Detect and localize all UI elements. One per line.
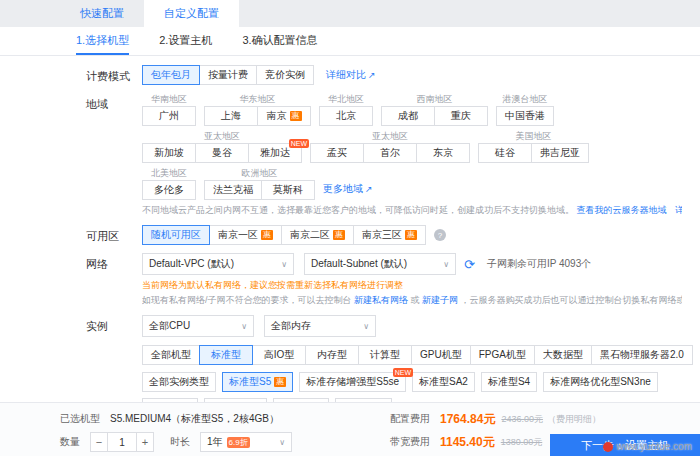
region-virginia-button[interactable]: 弗吉尼亚	[531, 143, 589, 163]
chevron-down-icon: ∨	[281, 260, 287, 269]
new-badge: NEW	[289, 139, 309, 148]
zone-row: 可用区 随机可用区 南京一区惠 南京二区惠 南京三区惠 ?	[86, 225, 682, 245]
network-row: 网络 Default-VPC (默认) ∨ Default-Subnet (默认…	[86, 253, 682, 307]
region-jakarta-button[interactable]: 雅加达NEW	[248, 143, 302, 163]
region-nanjing-button[interactable]: 南京惠	[257, 106, 311, 126]
network-tip: 如现有私有网络/子网不符合您的要求，可以去控制台 新建私有网络 或 新建子网 ，…	[142, 294, 682, 307]
chevron-down-icon: ∨	[279, 438, 285, 447]
region-siliconvalley-button[interactable]: 硅谷	[478, 143, 532, 163]
family-fpga-button[interactable]: FPGA机型	[470, 345, 535, 365]
config-fee-original: 2436.00元	[501, 413, 543, 426]
network-tip-post: ，云服务器购买成功后也可以通过控制台切换私有网络或者更换子网的切换	[461, 295, 682, 305]
type-s5se-button[interactable]: 标准存储增强型S5seNEW	[299, 372, 406, 392]
my-cvm-regions-link[interactable]: 查看我的云服务器地域	[577, 205, 667, 215]
memory-filter-value: 全部内存	[271, 319, 311, 333]
region-grid-row-1: 华南地区 广州 华东地区 上海 南京惠 华北地区 北京	[142, 93, 682, 126]
zone-name: 南京三区	[362, 228, 402, 242]
new-vpc-link[interactable]: 新建私有网络	[354, 295, 408, 305]
region-tokyo-button[interactable]: 东京	[416, 143, 470, 163]
fee-detail-note[interactable]: （费用明细）	[547, 413, 601, 426]
region-compare-link[interactable]: 详细对比	[675, 205, 682, 215]
type-s4-button[interactable]: 标准型S4	[481, 372, 537, 392]
zone-nanjing-2-button[interactable]: 南京二区惠	[281, 225, 354, 245]
region-seoul-button[interactable]: 首尔	[363, 143, 417, 163]
region-grid-row-2: 亚太地区 新加坡 曼谷 雅加达NEW 亚太地区 孟买 首尔 东京	[142, 130, 682, 163]
region-beijing-button[interactable]: 北京	[319, 106, 373, 126]
region-hongkong-button[interactable]: 中国香港	[496, 106, 554, 126]
family-memory-button[interactable]: 内存型	[305, 345, 359, 365]
region-moscow-button[interactable]: 莫斯科	[261, 180, 315, 200]
region-group-south-china: 华南地区 广州	[142, 93, 196, 126]
region-group-name: 亚太地区	[310, 130, 470, 142]
type-name: 标准型S5	[229, 375, 271, 389]
subnet-ip-info: 子网剩余可用IP 4093个	[487, 257, 591, 271]
family-baremetal-button[interactable]: 黑石物理服务器2.0	[591, 345, 693, 365]
step-set-host[interactable]: 2.设置主机	[159, 27, 212, 55]
quantity-value[interactable]: 1	[107, 432, 137, 452]
zone-nanjing-3-button[interactable]: 南京三区惠	[353, 225, 426, 245]
family-compute-button[interactable]: 计算型	[358, 345, 412, 365]
promo-badge: 惠	[333, 230, 345, 240]
region-chengdu-button[interactable]: 成都	[381, 106, 435, 126]
memory-filter-select[interactable]: 全部内存 ∨	[264, 315, 376, 337]
billing-compare-link[interactable]: 详细对比	[326, 68, 366, 82]
subnet-select-value: Default-Subnet (默认)	[311, 257, 407, 271]
type-sn3ne-button[interactable]: 标准网络优化型SN3ne	[543, 372, 658, 392]
family-all-button[interactable]: 全部机型	[142, 345, 200, 365]
family-highio-button[interactable]: 高IO型	[252, 345, 306, 365]
region-singapore-button[interactable]: 新加坡	[142, 143, 196, 163]
type-sa2-button[interactable]: 标准型SA2	[412, 372, 475, 392]
region-bangkok-button[interactable]: 曼谷	[195, 143, 249, 163]
tab-custom-config[interactable]: 自定义配置	[144, 0, 239, 27]
region-group-apac-other: 亚太地区 孟买 首尔 东京	[310, 130, 470, 163]
new-subnet-link[interactable]: 新建子网	[422, 295, 458, 305]
family-standard-button[interactable]: 标准型	[199, 345, 253, 365]
region-group-name: 华南地区	[142, 93, 196, 105]
family-bigdata-button[interactable]: 大数据型	[534, 345, 592, 365]
step-select-model[interactable]: 1.选择机型	[76, 27, 129, 55]
region-toronto-button[interactable]: 多伦多	[142, 180, 196, 200]
cpu-filter-select[interactable]: 全部CPU ∨	[142, 315, 254, 337]
region-chongqing-button[interactable]: 重庆	[434, 106, 488, 126]
type-all-button[interactable]: 全部实例类型	[142, 372, 216, 392]
billing-payg-button[interactable]: 按量计费	[199, 65, 257, 85]
more-regions-link[interactable]: 更多地域	[323, 182, 363, 196]
zone-nanjing-1-button[interactable]: 南京一区惠	[209, 225, 282, 245]
billing-spot-button[interactable]: 竞价实例	[256, 65, 314, 85]
selected-model-label: 已选机型	[60, 412, 100, 426]
step-confirm-config[interactable]: 3.确认配置信息	[242, 27, 317, 55]
zone-label: 可用区	[86, 225, 142, 245]
quantity-stepper: − 1 +	[90, 432, 154, 452]
region-frankfurt-button[interactable]: 法兰克福	[204, 180, 262, 200]
region-group-hmt: 港澳台地区 中国香港	[496, 93, 554, 126]
question-icon[interactable]: ?	[434, 229, 446, 241]
billing-monthly-button[interactable]: 包年包月	[142, 65, 200, 85]
region-mumbai-button[interactable]: 孟买	[310, 143, 364, 163]
zone-name: 南京二区	[290, 228, 330, 242]
main-content: 计费模式 包年包月 按量计费 竞价实例 详细对比 ↗ 地域 华南地区 广州	[0, 56, 700, 424]
region-group-north-america: 北美地区 多伦多	[142, 167, 196, 200]
family-gpu-button[interactable]: GPU机型	[411, 345, 471, 365]
region-shanghai-button[interactable]: 上海	[204, 106, 258, 126]
zone-random-button[interactable]: 随机可用区	[142, 225, 210, 245]
chevron-down-icon: ∨	[363, 322, 369, 331]
vpc-select[interactable]: Default-VPC (默认) ∨	[142, 253, 294, 275]
promo-badge: 惠	[405, 230, 417, 240]
quantity-decrease-button[interactable]: −	[90, 432, 108, 452]
subnet-select[interactable]: Default-Subnet (默认) ∨	[304, 253, 456, 275]
next-step-button[interactable]: 下一步：设置主机	[550, 434, 700, 456]
network-label: 网络	[86, 253, 142, 307]
duration-value: 1年	[207, 435, 223, 449]
type-s5-button[interactable]: 标准型S5惠	[222, 372, 293, 392]
zone-options: 随机可用区 南京一区惠 南京二区惠 南京三区惠	[142, 225, 426, 245]
quantity-increase-button[interactable]: +	[136, 432, 154, 452]
duration-select[interactable]: 1年 6.9折 ∨	[200, 432, 292, 452]
region-guangzhou-button[interactable]: 广州	[142, 106, 196, 126]
quantity-label: 数量	[60, 435, 80, 449]
region-group-name: 欧洲地区	[204, 167, 315, 179]
config-fee-price: 1764.84元	[440, 411, 495, 428]
tab-quick-config[interactable]: 快速配置	[60, 0, 144, 27]
region-group-southwest: 西南地区 成都 重庆	[381, 93, 488, 126]
refresh-icon[interactable]: ⟳	[464, 257, 475, 272]
external-link-icon: ↗	[365, 184, 373, 194]
